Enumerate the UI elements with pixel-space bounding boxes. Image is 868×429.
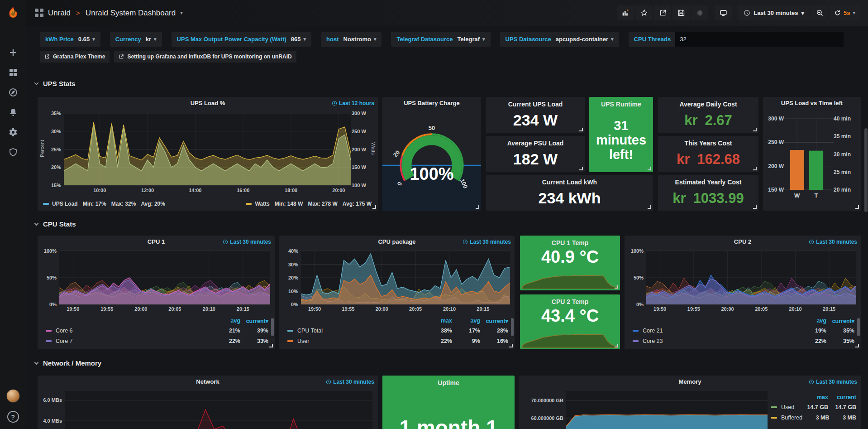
create-plus-icon[interactable]: [8, 48, 18, 58]
panel-title[interactable]: UPS Load %: [38, 100, 378, 106]
svg-text:W: W: [794, 192, 800, 199]
stat-value: 234 kWh: [486, 189, 653, 207]
panel-title[interactable]: UPS Battery Charge: [382, 100, 481, 106]
cpu-package-chart[interactable]: [301, 251, 510, 304]
panel-ups-battery-charge: UPS Battery Charge 02050100100%: [382, 97, 481, 211]
series-swatch[interactable]: [771, 406, 777, 408]
legend-value-avg: 22%: [212, 338, 240, 344]
series-swatch[interactable]: [287, 330, 293, 332]
legend-value-max: 3 MB: [802, 415, 829, 421]
series-name[interactable]: Used: [781, 404, 794, 410]
series-swatch[interactable]: [633, 340, 639, 342]
dashboards-icon[interactable]: [8, 67, 18, 77]
series-name[interactable]: Buffered: [781, 415, 802, 421]
explore-compass-icon[interactable]: [8, 87, 18, 97]
panel-time-range[interactable]: Last 12 hours: [332, 100, 374, 106]
legend-sort-current[interactable]: current▾: [826, 318, 854, 324]
series-name[interactable]: CPU Total: [297, 328, 323, 334]
series-swatch[interactable]: [771, 417, 777, 419]
configuration-gear-icon[interactable]: [8, 127, 18, 137]
svg-text:100%: 100%: [410, 164, 453, 183]
legend-sort-avg[interactable]: avg: [452, 318, 480, 324]
y-axis-left: 300 W250 W200 W150 W: [766, 119, 784, 190]
svg-text:T: T: [815, 192, 818, 199]
axis-tick-label: 0%: [636, 302, 644, 307]
series-swatch[interactable]: [246, 203, 252, 205]
legend-scrollbar[interactable]: [857, 318, 860, 336]
panel-time-range[interactable]: Last 30 minutes: [223, 239, 271, 245]
legend-sort-max[interactable]: max: [424, 318, 452, 324]
stat-title: Current Load kWh: [486, 178, 653, 186]
series-swatch[interactable]: [46, 340, 52, 342]
axis-tick-label: 19:55: [687, 306, 700, 312]
ups-bar-chart[interactable]: WT: [787, 119, 829, 190]
help-icon[interactable]: ?: [7, 411, 19, 423]
chart-legend: UPS LoadMin: 17%Max: 32%Avg: 20%WattsMin…: [43, 199, 372, 208]
panel-time-range[interactable]: Last 30 minutes: [809, 239, 857, 245]
legend-scrollbar[interactable]: [511, 318, 514, 336]
series-swatch[interactable]: [43, 203, 49, 205]
scrollbar-thumb[interactable]: [864, 128, 868, 212]
network-chart[interactable]: [65, 391, 372, 429]
series-name[interactable]: Watts: [255, 201, 269, 207]
y-axis-left: 40%30%20%10%0%: [282, 251, 298, 304]
axis-tick-label: 50%: [634, 275, 644, 280]
legend-value-current: 28%: [480, 328, 508, 334]
collapse-chevron-icon: [34, 81, 39, 85]
stat-title: CPU 1 Temp: [520, 239, 620, 246]
stat-value: kr162.68: [658, 151, 758, 168]
section-network-memory[interactable]: Network / Memory: [35, 359, 101, 367]
section-ups-stats[interactable]: UPS Stats: [35, 80, 76, 87]
panel-time-range[interactable]: Last 30 minutes: [463, 239, 511, 245]
legend-item: WattsMin: 148 WMax: 278 WAvg: 175 W: [246, 199, 372, 208]
grafana-logo-icon[interactable]: [0, 0, 26, 26]
series-swatch[interactable]: [287, 340, 293, 342]
memory-chart[interactable]: [566, 391, 768, 429]
legend-sort-avg[interactable]: avg: [798, 318, 826, 324]
legend-sort-avg[interactable]: avg: [212, 318, 240, 324]
axis-tick-label: 19:50: [308, 306, 321, 312]
legend-sort-current[interactable]: current▾: [480, 318, 508, 324]
axis-tick-label: 250 W: [352, 129, 366, 134]
legend-value-avg: 19%: [798, 328, 826, 334]
legend-sort-max[interactable]: max: [800, 394, 828, 400]
page-scrollbar[interactable]: [864, 0, 868, 429]
series-name[interactable]: UPS Load: [52, 201, 78, 207]
y-axis-label-left: Percent: [39, 140, 45, 157]
dashboard-grid: UPS Stats UPS Load % Last 12 hours Perce…: [26, 0, 868, 429]
axis-tick-label: 40 min: [834, 116, 851, 122]
legend-sort-current[interactable]: current▾: [240, 318, 268, 324]
series-name[interactable]: Core 6: [56, 328, 73, 334]
user-avatar[interactable]: [6, 389, 20, 403]
section-cpu-stats[interactable]: CPU Stats: [35, 220, 76, 228]
axis-tick-label: 20:15: [477, 306, 489, 312]
panel-time-range[interactable]: Last 30 minutes: [809, 379, 857, 385]
axis-tick-label: 20:15: [823, 306, 835, 312]
x-axis: 19:5019:5520:0020:0520:1020:15: [301, 306, 510, 313]
axis-tick-label: 19:55: [100, 306, 113, 312]
y-axis-left: 100%50%0%: [40, 251, 57, 304]
battery-gauge[interactable]: 02050100100%: [382, 109, 481, 211]
panel-time-range[interactable]: Last 30 minutes: [326, 379, 374, 385]
temp-sparkline: [522, 274, 618, 289]
alerting-bell-icon[interactable]: [8, 107, 18, 117]
axis-tick-label: 14:00: [189, 188, 201, 193]
series-name[interactable]: Core 7: [56, 338, 73, 344]
panel-cpu1: CPU 1 Last 30 minutes 100%50%0% 19:5019:…: [38, 236, 275, 349]
axis-tick-label: 150 W: [352, 164, 366, 170]
cpu1-chart[interactable]: [59, 251, 270, 304]
legend-sort-current[interactable]: current: [828, 394, 856, 400]
series-swatch[interactable]: [46, 330, 52, 332]
panel-title[interactable]: UPS Load vs Time left: [763, 100, 861, 106]
legend-row: Core 2322%35%: [633, 336, 854, 346]
axis-tick-label: 20:05: [168, 306, 181, 312]
chart-legend: avgcurrent▾Core 2119%35%Core 2322%35%: [633, 316, 854, 347]
legend-scrollbar[interactable]: [271, 318, 274, 336]
series-swatch[interactable]: [633, 330, 639, 332]
server-admin-shield-icon[interactable]: [8, 147, 18, 157]
series-name[interactable]: User: [297, 338, 309, 344]
series-name[interactable]: Core 23: [643, 338, 663, 344]
series-name[interactable]: Core 21: [643, 328, 663, 334]
cpu2-chart[interactable]: [646, 251, 856, 304]
ups-load-chart[interactable]: [64, 113, 351, 185]
